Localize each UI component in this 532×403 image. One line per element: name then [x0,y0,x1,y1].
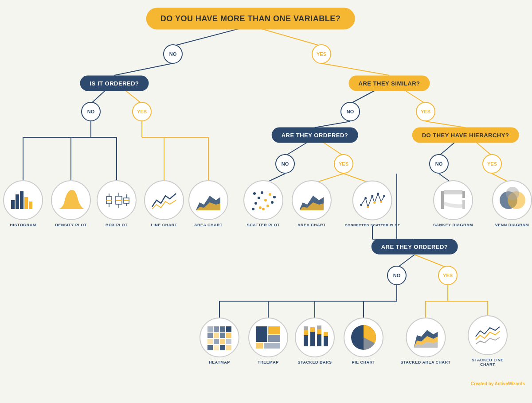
svg-rect-51 [16,194,19,209]
box-plot-node: BOX PLOT [97,180,137,227]
svg-rect-116 [317,334,321,346]
svg-rect-106 [256,326,267,342]
svg-rect-102 [207,345,213,350]
svg-line-3 [321,63,389,75]
svg-point-83 [383,195,385,197]
svg-point-77 [364,197,367,199]
svg-rect-98 [207,339,213,344]
area-chart2-node: AREA CHART [292,180,332,227]
svg-rect-110 [264,343,280,349]
svg-point-68 [264,199,267,202]
are-similar-box: ARE THEY SIMILAR? [349,76,430,91]
no5-circle: NO [429,154,449,174]
yes4-circle: YES [334,154,353,174]
no2-circle: NO [81,102,101,121]
svg-point-73 [273,196,276,198]
no6-circle: NO [387,266,407,285]
svg-rect-118 [317,326,321,329]
svg-line-2 [114,63,173,75]
are-ordered2-box: ARE THEY ORDERED? [372,239,458,255]
svg-rect-113 [304,326,308,330]
svg-rect-50 [11,200,15,209]
svg-rect-108 [268,335,280,342]
svg-rect-96 [220,333,225,338]
yes6-circle: YES [438,266,458,285]
svg-rect-52 [20,191,23,209]
svg-rect-114 [310,332,315,346]
svg-point-80 [373,202,376,204]
root-question-box: DO YOU HAVE MORE THAN ONE VARIABLE? [146,8,355,30]
treemap-node: TREEMAP [248,318,288,364]
yes2-circle: YES [132,102,152,121]
brand-name: ActiveWizards [495,381,525,386]
histogram-node: HISTOGRAM [3,180,43,227]
area-chart1-node: AREA CHART [188,180,228,227]
svg-point-71 [271,201,274,204]
no3-circle: NO [340,102,360,121]
svg-point-82 [380,201,382,203]
no4-circle: NO [275,154,295,174]
svg-rect-112 [304,330,308,335]
stacked-bars-node: STACKED BARS [295,318,335,364]
svg-rect-91 [214,326,219,332]
svg-point-66 [254,202,257,205]
svg-point-74 [262,208,265,210]
svg-point-67 [261,191,263,194]
svg-point-65 [258,197,260,199]
svg-rect-117 [317,329,321,334]
yes1-circle: YES [312,44,331,64]
stacked-area-chart-node: STACKED AREA CHART [400,318,450,364]
svg-rect-115 [310,327,315,332]
svg-point-70 [266,205,269,207]
svg-rect-104 [220,345,225,350]
connected-scatter-label: CONNECTED SCATTER PLOT [345,223,400,227]
svg-rect-111 [304,335,308,346]
svg-line-9 [426,121,466,128]
svg-point-78 [367,206,369,208]
svg-rect-105 [226,345,231,350]
svg-point-72 [259,206,262,209]
flowchart: DO YOU HAVE MORE THAN ONE VARIABLE? NO Y… [0,0,532,390]
svg-rect-101 [226,339,231,344]
svg-point-81 [377,193,379,195]
svg-rect-100 [220,339,225,344]
is-ordered-box: IS IT ORDERED? [80,76,149,91]
svg-rect-53 [24,197,28,209]
sankey-node: SANKEY DIAGRAM [433,180,473,227]
heatmap-node: HEATMAP [200,318,239,364]
svg-rect-84 [441,191,444,209]
svg-rect-95 [214,333,219,338]
svg-rect-90 [207,326,213,332]
yes3-circle: YES [416,102,435,121]
svg-point-69 [269,193,271,196]
svg-rect-93 [226,326,231,332]
density-plot-node: DENSITY PLOT [51,180,91,227]
svg-rect-120 [324,332,328,336]
svg-rect-119 [324,336,328,346]
connected-scatter-node: CONNECTED SCATTER PLOT [345,181,400,227]
scatter-plot-node: SCATTER PLOT [243,180,283,227]
svg-rect-94 [207,333,213,338]
svg-rect-107 [268,326,280,334]
svg-rect-92 [220,326,225,332]
hierarchy-box: DO THEY HAVE HIERARCHY? [412,128,519,143]
footer: Created by ActiveWizards [471,381,525,386]
svg-point-76 [360,204,362,206]
svg-point-64 [253,192,256,195]
svg-line-8 [315,121,350,128]
svg-rect-85 [462,191,465,198]
svg-rect-97 [226,333,231,338]
line-chart-node: LINE CHART [144,180,184,227]
root-question: DO YOU HAVE MORE THAN ONE VARIABLE? [146,8,355,30]
no1-circle: NO [163,44,183,64]
svg-rect-109 [256,343,263,349]
svg-rect-54 [29,202,32,209]
svg-rect-86 [462,200,465,209]
svg-point-75 [252,208,254,210]
pie-chart-node: PIE CHART [344,318,383,364]
svg-rect-99 [214,339,219,344]
venn-node: VENN DIAGRAM [492,180,532,227]
yes5-circle: YES [482,154,502,174]
svg-point-89 [506,187,519,200]
svg-rect-103 [214,345,219,350]
